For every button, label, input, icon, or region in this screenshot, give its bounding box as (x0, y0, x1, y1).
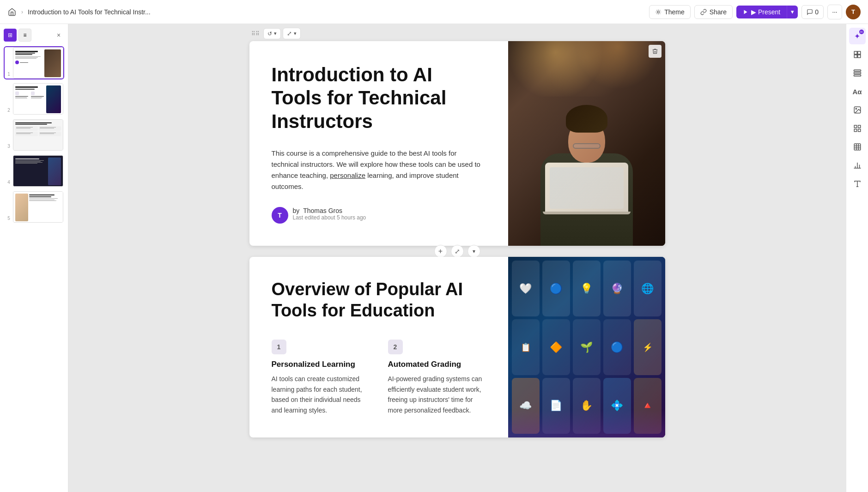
slide1-image-box (508, 41, 665, 246)
main-layout: ⊞ ≡ × 1 (0, 24, 868, 492)
slide-magic-button[interactable]: ↺ ▾ (263, 28, 281, 39)
ai-badge: AI (859, 30, 864, 34)
slide2-image: 🤍 🔵 💡 🔮 🌐 📋 🔶 🌱 🔵 ⚡ ☁ (508, 257, 665, 437)
layers-button[interactable] (849, 46, 866, 63)
svg-rect-7 (854, 73, 861, 74)
slide1-content: Introduction to AI Tools for Technical I… (249, 41, 665, 246)
present-dropdown-button[interactable]: ▾ (787, 6, 798, 18)
page-title: Introduction to AI Tools for Technical I… (28, 8, 645, 16)
item1-description: AI tools can create customized learning … (272, 374, 370, 415)
svg-rect-13 (854, 129, 856, 132)
svg-rect-11 (854, 125, 856, 128)
slide1-text-area: Introduction to AI Tools for Technical I… (249, 41, 508, 246)
panel-list-view-button[interactable]: ≡ (18, 29, 31, 42)
slide-thumbnail-2[interactable]: 2 (4, 82, 64, 115)
present-button[interactable]: ▶ Present (736, 6, 787, 18)
more-button[interactable]: ··· (827, 5, 842, 19)
topbar-actions: Theme Share ▶ Present ▾ 0 (649, 5, 861, 19)
theme-label: Theme (664, 8, 685, 16)
author-info: by Thomas Gros Last edited about 5 hours… (293, 207, 366, 221)
slide2-content: Overview of Popular AI Tools for Educati… (249, 257, 665, 437)
svg-rect-5 (857, 55, 860, 58)
item2-description: AI-powered grading systems can efficient… (388, 374, 486, 415)
svg-rect-6 (854, 70, 861, 71)
slide-1: Introduction to AI Tools for Technical I… (249, 41, 665, 246)
formula-button[interactable] (849, 176, 866, 192)
slide2-title: Overview of Popular AI Tools for Educati… (272, 279, 486, 321)
table-button[interactable] (849, 139, 866, 155)
topbar: › Introduction to AI Tools for Technical… (0, 0, 868, 24)
add-slide-button[interactable]: + (434, 245, 447, 258)
item2-badge: 2 (388, 340, 403, 354)
svg-rect-12 (858, 125, 860, 128)
slide-dots-handle[interactable]: ⠿⠿ (249, 29, 261, 39)
slide2-items: 1 Personalized Learning AI tools can cre… (272, 340, 486, 415)
right-toolbar: ✦ AI Aα (846, 24, 868, 492)
present-label: ▶ Present (751, 8, 780, 16)
svg-rect-3 (857, 51, 860, 54)
author-avatar: T (272, 207, 288, 224)
slide1-delete-button[interactable] (649, 45, 662, 58)
slide1-image (508, 41, 665, 246)
slide-number-2: 2 (5, 83, 13, 115)
svg-point-0 (657, 11, 660, 13)
slide-number-1: 1 (5, 47, 13, 79)
item1-title: Personalized Learning (272, 360, 370, 369)
move-slide-button[interactable]: ⤢ (451, 245, 464, 258)
close-panel-button[interactable]: × (53, 30, 64, 41)
grid-button[interactable] (849, 120, 866, 137)
svg-rect-2 (854, 51, 857, 54)
present-group: ▶ Present ▾ (736, 6, 798, 18)
slide1-title: Introduction to AI Tools for Technical I… (272, 63, 486, 133)
home-icon[interactable] (7, 7, 17, 17)
breadcrumb-chevron: › (21, 9, 23, 15)
slide1-toolbar: ⠿⠿ ↺ ▾ ⤢ ▾ (249, 24, 665, 41)
slide-number-3: 3 (5, 119, 13, 151)
slide1-author: T by Thomas Gros Last edited about 5 hou… (272, 207, 486, 224)
item1-badge: 1 (272, 340, 286, 354)
svg-point-10 (856, 108, 856, 109)
slide-thumbnail-4[interactable]: 4 (4, 154, 64, 188)
svg-rect-4 (854, 55, 857, 58)
text-button[interactable]: Aα (849, 83, 866, 100)
slide-panel-header: ⊞ ≡ × (4, 28, 64, 43)
slide-layout-button[interactable]: ⤢ ▾ (283, 28, 301, 39)
slide-thumbnail-1[interactable]: 1 (4, 46, 64, 79)
slide2-image-box: 🤍 🔵 💡 🔮 🌐 📋 🔶 🌱 🔵 ⚡ ☁ (508, 257, 665, 437)
slide2-text-area: Overview of Popular AI Tools for Educati… (249, 257, 508, 437)
more-icon: ··· (832, 8, 837, 15)
slide-thumbnail-3[interactable]: 3 (4, 118, 64, 152)
slide2-item-2: 2 Automated Grading AI-powered grading s… (388, 340, 486, 415)
panel-grid-view-button[interactable]: ⊞ (4, 29, 17, 42)
share-label: Share (710, 8, 727, 16)
svg-marker-1 (744, 10, 747, 14)
slide1-description: This course is a comprehensive guide to … (272, 148, 486, 192)
layout-button[interactable] (849, 65, 866, 81)
comments-count: 0 (815, 8, 819, 16)
ai-assistant-button[interactable]: ✦ AI (849, 28, 866, 44)
image-button[interactable] (849, 102, 866, 118)
slide2-item-1: 1 Personalized Learning AI tools can cre… (272, 340, 370, 415)
svg-rect-15 (854, 144, 861, 150)
slide-panel: ⊞ ≡ × 1 (0, 24, 68, 492)
slide-spacer-1: + ⤢ ▾ (434, 246, 480, 257)
share-button[interactable]: Share (694, 5, 733, 19)
comments-button[interactable]: 0 (801, 5, 824, 19)
svg-rect-14 (858, 129, 860, 132)
text-icon: Aα (852, 88, 862, 96)
slide-thumbnail-5[interactable]: 5 (4, 190, 64, 224)
last-edited: Last edited about 5 hours ago (293, 214, 366, 221)
canvas-area: ⠿⠿ ↺ ▾ ⤢ ▾ Introduction to AI Tools for … (68, 24, 846, 492)
underline-word: personalize (330, 171, 365, 179)
svg-rect-8 (854, 75, 861, 76)
slide-2: Overview of Popular AI Tools for Educati… (249, 257, 665, 437)
avatar[interactable]: T (846, 5, 861, 19)
slide-number-5: 5 (5, 191, 13, 223)
panel-view-icons: ⊞ ≡ (4, 29, 31, 42)
chart-button[interactable] (849, 157, 866, 174)
author-name: by Thomas Gros (293, 207, 366, 214)
theme-button[interactable]: Theme (649, 5, 691, 19)
slide-options-button[interactable]: ▾ (467, 245, 480, 258)
item2-title: Automated Grading (388, 360, 486, 369)
slide-number-4: 4 (5, 155, 13, 187)
